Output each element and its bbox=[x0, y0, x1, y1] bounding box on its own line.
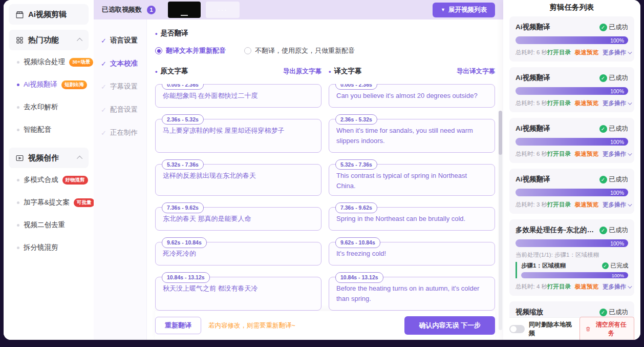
expand-video-list-button[interactable]: ▼ 展开视频列表 bbox=[433, 3, 495, 17]
subtitle-row: 0.00s - 2.36s 你能想象吗 在外面都快过二十度 0.00s - 2.… bbox=[155, 84, 495, 108]
sidebar-group-hot-functions[interactable]: 热门功能 bbox=[9, 30, 89, 50]
source-subtitle-card[interactable]: 9.62s - 10.84s 死冷死冷的 bbox=[155, 242, 321, 266]
substep-progress-bar: 100% bbox=[521, 272, 628, 278]
sidebar-item-video-dedup[interactable]: 视频二创去重 bbox=[9, 220, 89, 230]
success-check-icon: ✓ bbox=[599, 74, 607, 82]
target-subtitle-card[interactable]: 10.84s - 13.12s Before the heating turns… bbox=[329, 277, 495, 311]
quick-preview-link[interactable]: 极速预览 bbox=[575, 201, 598, 209]
step-language-settings[interactable]: ✓ 语言设置 bbox=[101, 36, 146, 45]
quick-preview-link[interactable]: 极速预览 bbox=[575, 150, 598, 158]
translate-question: • 是否翻译 bbox=[155, 29, 495, 38]
target-subtitle-card[interactable]: 5.32s - 7.36s This contrast is typical o… bbox=[329, 164, 495, 196]
more-operations-link[interactable]: 更多操作 bbox=[603, 201, 631, 209]
substep-status: ✓ 已完成 bbox=[602, 262, 629, 270]
time-range-badge: 9.62s - 10.84s bbox=[162, 237, 207, 248]
selected-count-label: 已选取视频数 bbox=[102, 5, 142, 14]
more-operations-link[interactable]: 更多操作 bbox=[603, 150, 631, 158]
sidebar-item-add-subtitle-copywriting[interactable]: 加字幕&提文案 可批量 bbox=[9, 198, 89, 207]
task-status-label: 已成功 bbox=[609, 226, 629, 235]
chevron-up-icon bbox=[77, 156, 82, 161]
sidebar-item-storyboard-mix[interactable]: 拆分镜混剪 bbox=[9, 243, 89, 252]
translate-options: 翻译文本并重新配音 不翻译，使用原文，只做重新配音 bbox=[155, 46, 495, 55]
time-range-badge: 0.00s - 2.36s bbox=[162, 84, 204, 90]
item-dot bbox=[17, 201, 19, 204]
bullet-icon: • bbox=[155, 30, 158, 37]
expand-button-label: 展开视频列表 bbox=[448, 6, 487, 14]
sidebar-item-smart-dubbing[interactable]: 智能配音 bbox=[9, 125, 89, 134]
subtitle-row: 5.32s - 7.36s 这样的反差就出现在东北的春天 5.32s - 7.3… bbox=[155, 164, 495, 196]
confirm-next-step-button[interactable]: 确认内容无误 下一步 bbox=[404, 316, 495, 335]
success-check-icon: ✓ bbox=[602, 262, 609, 269]
quick-preview-link[interactable]: 极速预览 bbox=[575, 99, 598, 107]
chevron-down-icon bbox=[628, 202, 632, 206]
item-dot bbox=[17, 84, 19, 86]
open-directory-link[interactable]: 打开目录 bbox=[547, 201, 571, 209]
subtitle-row: 7.36s - 9.62s 东北的春天 那真的是能要人命 7.36s - 9.6… bbox=[155, 207, 495, 231]
more-operations-link[interactable]: 更多操作 bbox=[603, 99, 631, 107]
source-subtitle-card[interactable]: 10.84s - 13.12s 秋天没上暖气之前 都没有春天冷 bbox=[155, 277, 321, 311]
task-status-label: 已成功 bbox=[609, 23, 629, 32]
more-videos-placeholder[interactable]: ··· bbox=[206, 2, 240, 18]
sidebar-item-video-processing[interactable]: 视频综合处理 30+场景 bbox=[9, 57, 89, 67]
source-subtitle-card[interactable]: 0.00s - 2.36s 你能想象吗 在外面都快过二十度 bbox=[155, 84, 321, 108]
target-header-label: 译文字幕 bbox=[334, 67, 362, 76]
sidebar-group-video-creation[interactable]: 视频创作 bbox=[9, 148, 89, 168]
open-directory-link[interactable]: 打开目录 bbox=[547, 283, 571, 291]
chevron-down-icon bbox=[628, 50, 632, 54]
video-thumbnail[interactable] bbox=[168, 2, 201, 18]
delete-local-video-toggle[interactable] bbox=[509, 325, 525, 333]
target-subtitle-card[interactable]: 2.36s - 5.32s When it's time for sandals… bbox=[329, 119, 495, 153]
step-label: 文本校准 bbox=[110, 59, 138, 68]
trash-icon bbox=[585, 326, 591, 332]
target-subtitle-card[interactable]: 0.00s - 2.36s Can you believe it's almos… bbox=[329, 84, 495, 108]
target-subtitle-card[interactable]: 7.36s - 9.62s Spring in the Northeast ca… bbox=[329, 207, 495, 231]
radio-translate-and-redub[interactable]: 翻译文本并重新配音 bbox=[155, 46, 226, 55]
item-dot bbox=[17, 129, 19, 131]
export-source-link[interactable]: 导出原文字幕 bbox=[283, 67, 321, 76]
triangle-down-icon: ▼ bbox=[441, 7, 445, 12]
source-subtitle-card[interactable]: 5.32s - 7.36s 这样的反差就出现在东北的春天 bbox=[155, 164, 321, 196]
selected-count-badge: 1 bbox=[147, 6, 156, 14]
radio-label: 翻译文本并重新配音 bbox=[166, 46, 226, 55]
export-target-link[interactable]: 导出译文字幕 bbox=[457, 67, 495, 76]
quick-preview-link[interactable]: 极速预览 bbox=[575, 49, 598, 56]
task-status-label: 已成功 bbox=[609, 74, 629, 83]
quick-preview-link[interactable]: 极速预览 bbox=[575, 283, 598, 291]
target-subtitle-card[interactable]: 9.62s - 10.84s It's freezing cold! bbox=[329, 242, 495, 266]
task-list-title: 剪辑任务列表 bbox=[509, 0, 634, 16]
sidebar-item-watermark-removal[interactable]: 去水印解析 bbox=[9, 103, 89, 112]
group-label: 视频创作 bbox=[28, 153, 59, 163]
open-directory-link[interactable]: 打开目录 bbox=[547, 99, 571, 107]
sidebar-app-title[interactable]: Ai视频剪辑 bbox=[9, 4, 89, 25]
open-directory-link[interactable]: 打开目录 bbox=[547, 49, 571, 56]
clear-all-tasks-button[interactable]: 清空所有任务 bbox=[579, 317, 634, 340]
source-subtitle-card[interactable]: 7.36s - 9.62s 东北的春天 那真的是能要人命 bbox=[155, 207, 321, 231]
radio-no-translate[interactable]: 不翻译，使用原文，只做重新配音 bbox=[244, 46, 355, 55]
target-subtitle-header: • 译文字幕 导出译文字幕 bbox=[329, 67, 495, 76]
task-status-label: 已成功 bbox=[609, 175, 629, 184]
step-producing[interactable]: ✓ 正在制作 bbox=[101, 128, 146, 137]
delete-local-video-label: 同时删除本地视频 bbox=[529, 320, 575, 338]
sidebar-item-multi-mode-compose[interactable]: 多模式合成 好物混剪 bbox=[9, 175, 89, 185]
subtitle-scrollbar-thumb[interactable] bbox=[499, 111, 502, 155]
retranslate-button[interactable]: 重新翻译 bbox=[155, 317, 201, 334]
step-text-proofread[interactable]: ✓ 文本校准 bbox=[101, 59, 146, 68]
source-subtitle-card[interactable]: 2.36s - 5.32s 马上要穿凉鞋的时候 屋里却还得穿棉梦子 bbox=[155, 119, 321, 153]
step-dubbing-settings[interactable]: ✓ 配音设置 bbox=[101, 105, 146, 114]
item-badge: 30+场景 bbox=[69, 58, 93, 67]
more-operations-link[interactable]: 更多操作 bbox=[603, 283, 631, 291]
subtitle-text: 死冷死冷的 bbox=[163, 250, 196, 257]
app-title-label: Ai视频剪辑 bbox=[28, 10, 67, 19]
task-list: Ai视频翻译 ✓ 已成功 100% 总耗时: 6 秒 打开目录 极速预览 更多操… bbox=[509, 16, 634, 317]
main-area: 已选取视频数 1 ··· ▼ 展开视频列表 ✓ 语言设置 ✓ 文本校准 ✓ bbox=[94, 0, 503, 340]
task-list-panel: 剪辑任务列表 Ai视频翻译 ✓ 已成功 100% 总耗时: 6 秒 打开目录 极… bbox=[503, 0, 640, 340]
retranslate-hint: 若内容修改，则需要重新翻译~ bbox=[208, 321, 295, 330]
step-subtitle-settings[interactable]: ✓ 字幕设置 bbox=[101, 82, 146, 91]
time-range-badge: 7.36s - 9.62s bbox=[335, 202, 377, 213]
hot-functions-list: 视频综合处理 30+场景 Ai视频翻译 短剧出海 去水印解析 智能配音 bbox=[9, 57, 89, 134]
more-operations-link[interactable]: 更多操作 bbox=[603, 49, 631, 56]
open-directory-link[interactable]: 打开目录 bbox=[547, 150, 571, 158]
sidebar-item-ai-video-translate[interactable]: Ai视频翻译 短剧出海 bbox=[9, 80, 89, 89]
item-badge: 短剧出海 bbox=[61, 80, 87, 89]
subtitle-list: 0.00s - 2.36s 你能想象吗 在外面都快过二十度 0.00s - 2.… bbox=[155, 84, 495, 311]
